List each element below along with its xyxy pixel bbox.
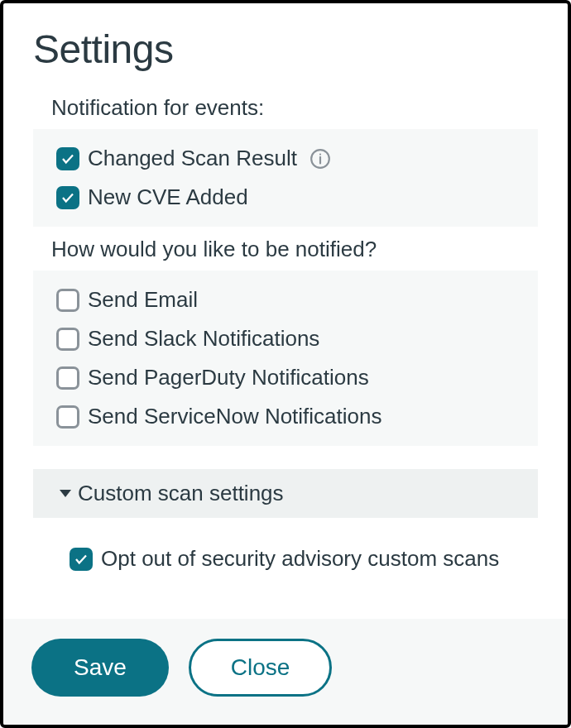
channels-section-label: How would you like to be notified? (51, 237, 538, 262)
option-label: Changed Scan Result (88, 146, 297, 171)
option-label: Send Email (88, 287, 198, 313)
option-changed-scan-result: Changed Scan Result (33, 139, 538, 178)
option-label: Send PagerDuty Notifications (88, 365, 369, 390)
checkbox-new-cve-added[interactable] (56, 186, 79, 209)
option-opt-out-custom-scans: Opt out of security advisory custom scan… (33, 539, 538, 578)
checkbox-opt-out-custom-scans[interactable] (70, 548, 93, 571)
custom-scan-settings-body: Opt out of security advisory custom scan… (33, 518, 538, 593)
option-label: Send ServiceNow Notifications (88, 404, 382, 429)
check-icon (74, 552, 89, 567)
check-icon (60, 190, 75, 205)
checkbox-send-servicenow[interactable] (56, 405, 79, 429)
option-label: Send Slack Notifications (88, 326, 319, 352)
option-new-cve-added: New CVE Added (33, 178, 538, 217)
option-send-slack: Send Slack Notifications (33, 319, 538, 358)
checkbox-send-email[interactable] (56, 289, 79, 312)
checkbox-send-pagerduty[interactable] (56, 366, 79, 390)
events-section-label: Notification for events: (51, 95, 538, 121)
check-icon (60, 151, 75, 166)
save-button[interactable]: Save (31, 639, 169, 697)
info-icon[interactable] (309, 147, 332, 170)
events-option-block: Changed Scan Result New CVE Added (33, 129, 538, 227)
option-send-email: Send Email (33, 280, 538, 319)
dialog-footer: Save Close (3, 619, 568, 725)
checkbox-changed-scan-result[interactable] (56, 147, 79, 170)
caret-down-icon (60, 490, 71, 497)
option-send-pagerduty: Send PagerDuty Notifications (33, 358, 538, 397)
channels-option-block: Send Email Send Slack Notifications Send… (33, 271, 538, 446)
option-label: New CVE Added (88, 184, 248, 210)
option-send-servicenow: Send ServiceNow Notifications (33, 397, 538, 436)
custom-scan-settings-title: Custom scan settings (78, 481, 284, 506)
checkbox-send-slack[interactable] (56, 328, 79, 351)
option-label: Opt out of security advisory custom scan… (101, 546, 499, 572)
svg-point-2 (319, 153, 321, 155)
custom-scan-settings-header[interactable]: Custom scan settings (33, 469, 538, 518)
page-title: Settings (33, 26, 538, 72)
close-button[interactable]: Close (189, 639, 333, 697)
